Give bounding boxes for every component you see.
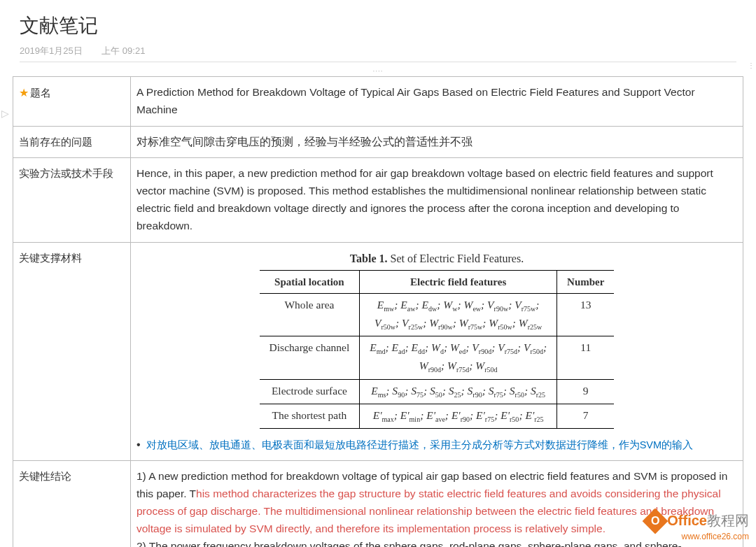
row-value-method: Hence, in this paper, a new prediction m… [131, 158, 743, 242]
table-row: ★题名 A Prediction Method for Breakdown Vo… [13, 77, 743, 127]
row-value-title: A Prediction Method for Breakdown Voltag… [131, 77, 743, 127]
table-row: 当前存在的问题 对标准空气间隙击穿电压的预测，经验与半经验公式的普适性并不强 [13, 126, 743, 158]
right-handle-icon[interactable]: ⋮ [748, 62, 755, 69]
page-meta: 2019年1月25日 上午 09:21 [20, 45, 736, 62]
page-header: 文献笔记 2019年1月25日 上午 09:21 [0, 0, 756, 66]
th-location: Spatial location [260, 271, 360, 294]
row-value-material: Table 1. Set of Electric Field Features.… [131, 242, 743, 461]
left-handle-icon[interactable]: ▷ [1, 108, 9, 119]
th-number: Number [557, 271, 615, 294]
table-row: 关键性结论 1) A new prediction method for bre… [13, 461, 743, 547]
divider-dots: ···· [0, 66, 756, 76]
electric-field-table: Spatial location Electric field features… [260, 270, 615, 429]
watermark-icon: O [643, 508, 668, 534]
watermark-url: www.office26.com [646, 532, 749, 541]
row-value-problem: 对标准空气间隙击穿电压的预测，经验与半经验公式的普适性并不强 [131, 126, 743, 158]
table-row: 关键支撑材料 Table 1. Set of Electric Field Fe… [13, 242, 743, 461]
inner-table-caption: Table 1. Set of Electric Field Features. [146, 250, 727, 268]
watermark-logo: O Office教程网 [646, 511, 749, 530]
cell-loc: Whole area [260, 294, 360, 336]
star-icon: ★ [19, 87, 29, 99]
cell-num: 13 [557, 294, 615, 336]
th-features: Electric field features [360, 271, 557, 294]
row-label-title: ★题名 [13, 77, 131, 127]
meta-time: 上午 09:21 [102, 45, 145, 56]
cell-features: Ems; S90; S75; S50; S25; Sr90; Sr75; Sr5… [360, 379, 557, 404]
cell-loc: Discharge channel [260, 336, 360, 379]
row-label-problem: 当前存在的问题 [13, 126, 131, 158]
watermark: O Office教程网 www.office26.com [646, 511, 749, 541]
watermark-brand: Office教程网 [667, 511, 749, 530]
row-label-conclusion: 关键性结论 [13, 461, 131, 547]
cell-features: Emw; Eaw; Edw; Ww; Wew; Vr90w; Vr75w;Vr5… [360, 294, 557, 336]
row-label-material: 关键支撑材料 [13, 242, 131, 461]
cell-loc: The shortest path [260, 404, 360, 428]
cell-num: 7 [557, 404, 615, 428]
row-label-method: 实验方法或技术手段 [13, 158, 131, 242]
cell-num: 9 [557, 379, 615, 404]
note-table: ★题名 A Prediction Method for Breakdown Vo… [13, 76, 743, 547]
meta-date: 2019年1月25日 [20, 45, 83, 56]
highlighted-text: his method characterizes the gap structu… [136, 488, 721, 534]
cell-num: 11 [557, 336, 615, 379]
page-title: 文献笔记 [20, 13, 736, 39]
table-row: 实验方法或技术手段 Hence, in this paper, a new pr… [13, 158, 743, 242]
material-note: • 对放电区域、放电通道、电极表面和最短放电路径进行描述，采用主分成分析等方式对… [136, 436, 737, 454]
cell-features: E'max; E'min; E'ave; E'r90; E'r75; E'r50… [360, 404, 557, 428]
cell-loc: Electrode surface [260, 379, 360, 404]
bullet-icon: • [136, 439, 141, 450]
cell-features: Emd; Ead; Edd; Wd; Wed; Vr90d; Vr75d; Vr… [360, 336, 557, 379]
